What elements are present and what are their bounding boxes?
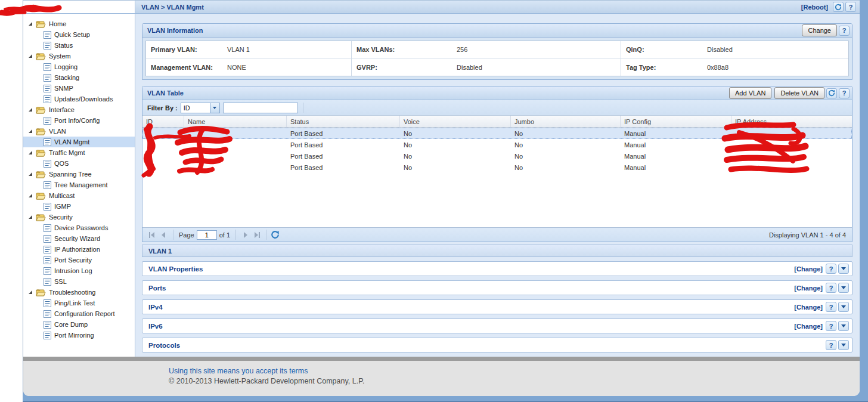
sidebar-item-snmp[interactable]: SNMP: [23, 83, 135, 94]
combo-dropdown-button[interactable]: [210, 103, 219, 113]
sidebar-item-port-info-config[interactable]: Port Info/Config: [23, 115, 135, 126]
expander-icon[interactable]: [28, 290, 34, 295]
sidebar-item-stacking[interactable]: Stacking: [23, 72, 135, 83]
help-button[interactable]: ?: [826, 283, 836, 293]
table-row[interactable]: Port BasedNoNoManual: [142, 128, 852, 139]
sidebar-item-igmp[interactable]: IGMP: [23, 201, 135, 212]
sidebar-item-core-dump[interactable]: Core Dump: [23, 319, 135, 330]
cell-voice: No: [400, 162, 511, 173]
sidebar-item-spanning-tree[interactable]: Spanning Tree: [23, 169, 135, 180]
help-button[interactable]: ?: [839, 26, 850, 36]
expander-icon[interactable]: [28, 172, 34, 177]
sidebar-item-interface[interactable]: Interface: [23, 104, 135, 115]
help-button[interactable]: ?: [845, 2, 856, 12]
reboot-link[interactable]: [Reboot]: [801, 4, 828, 11]
refresh-button[interactable]: [833, 2, 844, 12]
sidebar-item-vlan-mgmt[interactable]: VLAN Mgmt: [23, 137, 135, 147]
change-link[interactable]: [Change]: [794, 285, 823, 292]
collapse-button[interactable]: [838, 302, 849, 312]
terms-link[interactable]: Using this site means you accept its ter…: [169, 366, 860, 376]
sidebar-item-configuration-report[interactable]: Configuration Report: [23, 308, 135, 319]
sidebar-item-ip-authorization[interactable]: IP Authorization: [23, 244, 135, 255]
cell-status: Port Based: [287, 128, 400, 139]
sidebar-item-intrusion-log[interactable]: Intrusion Log: [23, 265, 135, 276]
expander-icon[interactable]: [28, 215, 34, 219]
help-button[interactable]: ?: [826, 264, 836, 274]
change-link[interactable]: [Change]: [794, 265, 823, 273]
help-button[interactable]: ?: [826, 302, 836, 312]
help-button[interactable]: ?: [839, 88, 850, 98]
expander-icon[interactable]: [28, 21, 34, 26]
sidebar-item-label: IGMP: [54, 203, 71, 210]
sidebar-item-updates-downloads[interactable]: Updates/Downloads: [23, 94, 135, 104]
info-field-tag-type: Tag Type:0x88a8: [621, 58, 848, 76]
table-row[interactable]: Port BasedNoNoManual: [142, 150, 852, 162]
help-button[interactable]: ?: [826, 340, 836, 350]
sidebar-item-traffic-mgmt[interactable]: Traffic Mgmt: [23, 147, 135, 158]
sidebar-item-label: Logging: [54, 63, 78, 70]
last-page-button[interactable]: [251, 230, 263, 240]
sidebar-item-qos[interactable]: QOS: [23, 158, 135, 169]
sidebar-item-tree-management[interactable]: Tree Management: [23, 180, 135, 190]
cell-status: Port Based: [287, 139, 400, 150]
sidebar-item-label: SNMP: [54, 85, 73, 92]
sidebar-item-multicast[interactable]: Multicast: [23, 190, 135, 201]
collapse-button[interactable]: [838, 321, 849, 331]
expander-icon[interactable]: [28, 150, 34, 155]
table-row[interactable]: Port BasedNoNoManual: [142, 162, 852, 173]
column-header-ip-config[interactable]: IP Config: [621, 116, 731, 128]
sidebar-item-port-security[interactable]: Port Security: [23, 255, 135, 265]
sidebar-item-label: Port Security: [54, 256, 92, 264]
column-header-jumbo[interactable]: Jumbo: [511, 116, 621, 128]
collapse-button[interactable]: [838, 283, 849, 293]
sidebar-item-ping-link-test[interactable]: Ping/Link Test: [23, 298, 135, 308]
sidebar-item-ssl[interactable]: SSL: [23, 276, 135, 287]
page-icon: [44, 235, 51, 243]
sidebar-item-security-wizard[interactable]: Security Wizard: [23, 233, 135, 244]
sidebar-item-home[interactable]: Home: [23, 18, 135, 29]
first-page-button[interactable]: [146, 230, 158, 240]
change-link[interactable]: [Change]: [794, 323, 823, 330]
next-page-button[interactable]: [239, 230, 251, 240]
expander-icon[interactable]: [28, 54, 34, 58]
column-header-ip-address[interactable]: IP Address: [731, 116, 852, 128]
previous-page-button[interactable]: [158, 230, 170, 240]
expander-icon[interactable]: [28, 107, 34, 112]
delete-vlan-button[interactable]: Delete VLAN: [774, 87, 824, 99]
sidebar-item-troubleshooting[interactable]: Troubleshooting: [23, 287, 135, 298]
filter-column-select[interactable]: ID: [181, 103, 220, 113]
page-number-input[interactable]: [197, 230, 217, 240]
expander-icon[interactable]: [28, 129, 34, 134]
sidebar-item-security[interactable]: Security: [23, 212, 135, 222]
cell-voice: No: [400, 128, 511, 139]
page-label: Page: [179, 231, 194, 239]
change-link[interactable]: [Change]: [794, 304, 823, 311]
sidebar-item-device-passwords[interactable]: Device Passwords: [23, 222, 135, 233]
column-header-status[interactable]: Status: [287, 116, 400, 128]
sidebar-item-vlan[interactable]: VLAN: [23, 126, 135, 137]
vlan-information-title: VLAN Information: [147, 27, 203, 34]
collapse-button[interactable]: [838, 264, 849, 274]
change-button[interactable]: Change: [802, 24, 837, 36]
add-vlan-button[interactable]: Add VLAN: [729, 87, 771, 99]
page-icon: [44, 267, 51, 275]
sidebar-item-logging[interactable]: Logging: [23, 61, 135, 72]
sidebar-item-quick-setup[interactable]: Quick Setup: [23, 29, 135, 40]
collapse-button[interactable]: [838, 340, 849, 350]
sidebar-item-system[interactable]: System: [23, 51, 135, 61]
toolbar-separator: [303, 103, 303, 113]
column-header-voice[interactable]: Voice: [400, 116, 511, 128]
info-field-value: 0x88a8: [707, 64, 728, 71]
refresh-button[interactable]: [269, 230, 281, 239]
table-row[interactable]: Port BasedNoNoManual: [142, 139, 852, 150]
sidebar-item-status[interactable]: Status: [23, 40, 135, 51]
expander-icon[interactable]: [28, 193, 34, 198]
column-header-name[interactable]: Name: [184, 116, 287, 128]
copyright-text: © 2010-2013 Hewlett-Packard Development …: [169, 376, 860, 386]
cell-id: [142, 128, 184, 139]
filter-value-input[interactable]: [223, 103, 298, 113]
refresh-button[interactable]: [826, 88, 837, 98]
sidebar-item-port-mirroring[interactable]: Port Mirroring: [23, 330, 135, 341]
column-header-id[interactable]: ID: [142, 116, 184, 128]
help-button[interactable]: ?: [826, 321, 836, 331]
